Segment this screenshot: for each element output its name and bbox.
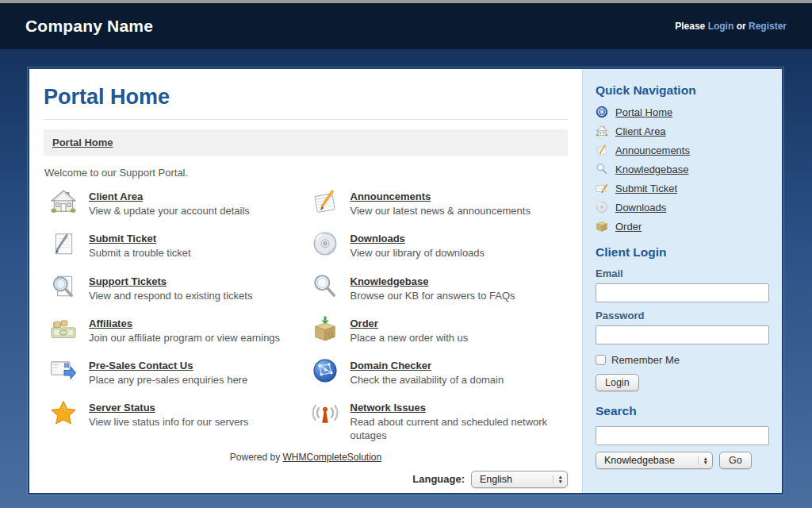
remember-me-checkbox[interactable] — [596, 355, 606, 365]
portal-item-link[interactable]: Announcements — [350, 190, 431, 202]
portal-item-link[interactable]: Order — [350, 318, 378, 329]
email-field[interactable] — [596, 283, 769, 302]
money-icon — [50, 315, 77, 342]
globe-icon — [312, 357, 339, 384]
portal-item: AnnouncementsView our latest news & anno… — [312, 188, 569, 217]
page-container: Portal Home Portal Home Welcome to our S… — [28, 67, 783, 495]
whmcompletesolution-link[interactable]: WHMCompleteSolution — [283, 452, 382, 463]
welcome-text: Welcome to our Support Portal. — [44, 167, 568, 179]
login-link[interactable]: Login — [708, 21, 734, 32]
portal-item-desc: Read about current and scheduled network… — [350, 416, 569, 442]
quick-nav-link[interactable]: Client Area — [615, 125, 666, 137]
quick-nav-item: Portal Home — [596, 106, 769, 118]
select-stepper-icon: ▲▼ — [698, 456, 708, 465]
password-label: Password — [596, 310, 769, 321]
portal-item-desc: Place any pre-sales enquiries here — [89, 374, 247, 387]
portal-home-icon — [596, 106, 608, 118]
quick-nav-item: Client Area — [596, 125, 769, 137]
quick-nav-link[interactable]: Portal Home — [615, 106, 672, 118]
quick-nav-link[interactable]: Order — [615, 221, 642, 233]
auth-prefix: Please — [675, 21, 705, 32]
quick-nav-item: Knowledgebase — [596, 163, 769, 175]
order-box-icon — [312, 315, 339, 342]
portal-item-link[interactable]: Knowledgebase — [350, 275, 429, 287]
remember-me-label: Remember Me — [611, 354, 680, 366]
portal-item: AffiliatesJoin our affiliate program or … — [50, 315, 307, 344]
portal-item-desc: View & update your account details — [89, 205, 250, 217]
house-icon — [50, 188, 77, 215]
auth-or: or — [737, 21, 746, 32]
register-link[interactable]: Register — [749, 21, 787, 32]
powered-by: Powered by WHMCompleteSolution — [44, 452, 568, 463]
support-tickets-icon — [50, 273, 77, 300]
magnifier-icon — [312, 273, 339, 300]
email-label: Email — [596, 267, 769, 279]
portal-item-link[interactable]: Affiliates — [89, 318, 132, 329]
box-icon — [596, 220, 608, 233]
portal-item-link[interactable]: Submit Ticket — [89, 233, 156, 244]
star-icon — [50, 399, 77, 426]
portal-item: OrderPlace a new order with us — [312, 315, 569, 344]
language-select[interactable]: English ▲▼ — [471, 471, 568, 488]
portal-item-desc: Join our affiliate program or view earni… — [89, 332, 280, 344]
quick-nav-link[interactable]: Downloads — [615, 202, 666, 214]
magnifier-icon — [596, 163, 608, 175]
company-logo-text: Company Name — [25, 17, 153, 36]
portal-item-link[interactable]: Domain Checker — [350, 360, 432, 371]
login-button[interactable]: Login — [596, 374, 639, 391]
portal-item-desc: Check the availability of a domain — [350, 374, 504, 387]
portal-item: DownloadsView our library of downloads — [312, 230, 569, 260]
portal-item-desc: View our latest news & announcements — [350, 205, 530, 217]
antenna-icon — [312, 399, 339, 426]
search-controls: Knowledgebase ▲▼ Go — [596, 452, 769, 469]
mail-arrow-icon — [50, 357, 77, 384]
remember-me-row: Remember Me — [596, 354, 769, 366]
search-go-button[interactable]: Go — [719, 452, 752, 469]
portal-item-desc: View our library of downloads — [350, 247, 485, 260]
header-bar: Company Name Please Login or Register — [0, 3, 812, 49]
quick-nav-item: Announcements — [596, 144, 769, 156]
portal-item-desc: Submit a trouble ticket — [89, 247, 191, 260]
announcements-icon — [312, 188, 339, 215]
portal-item-link[interactable]: Server Status — [89, 402, 155, 414]
announcements-icon — [596, 144, 608, 156]
house-icon — [596, 125, 608, 137]
password-field[interactable] — [596, 325, 769, 344]
quick-nav-item: Submit Ticket — [596, 182, 769, 194]
powered-by-prefix: Powered by — [230, 452, 280, 463]
portal-item: Domain CheckerCheck the availability of … — [312, 357, 569, 387]
portal-item: Client AreaView & update your account de… — [50, 188, 307, 217]
portal-item: KnowledgebaseBrowse our KB for answers t… — [312, 273, 569, 302]
quick-nav-list: Portal HomeClient AreaAnnouncementsKnowl… — [596, 106, 769, 233]
portal-item-desc: Place a new order with us — [350, 332, 469, 344]
search-input[interactable] — [596, 426, 769, 445]
quick-nav-link[interactable]: Submit Ticket — [615, 183, 677, 194]
portal-item-link[interactable]: Downloads — [350, 233, 405, 244]
language-selected-value: English — [480, 474, 512, 485]
portal-item-link[interactable]: Network Issues — [350, 402, 426, 414]
sidebar: Quick Navigation Portal HomeClient AreaA… — [582, 69, 782, 493]
mail-pencil-icon — [596, 182, 608, 194]
auth-links: Please Login or Register — [675, 21, 787, 32]
cd-icon — [596, 201, 608, 214]
language-row: Language: English ▲▼ — [44, 471, 568, 488]
breadcrumb-portal-home-link[interactable]: Portal Home — [52, 137, 113, 148]
cd-icon — [312, 230, 339, 257]
submit-ticket-icon — [50, 230, 77, 257]
portal-item: Submit TicketSubmit a trouble ticket — [50, 230, 307, 260]
portal-item: Pre-Sales Contact UsPlace any pre-sales … — [50, 357, 307, 387]
portal-item-link[interactable]: Pre-Sales Contact Us — [89, 360, 193, 371]
portal-item: Server StatusView live status info for o… — [50, 399, 307, 442]
portal-item: Support TicketsView and respond to exist… — [50, 273, 307, 302]
quick-nav-link[interactable]: Knowledgebase — [615, 164, 689, 175]
portal-item-link[interactable]: Client Area — [89, 190, 143, 202]
search-category-value: Knowledgebase — [604, 455, 675, 466]
portal-item-desc: Browse our KB for answers to FAQs — [350, 290, 515, 302]
quick-nav-link[interactable]: Announcements — [615, 144, 690, 156]
search-category-select[interactable]: Knowledgebase ▲▼ — [596, 452, 713, 469]
portal-item-link[interactable]: Support Tickets — [89, 275, 167, 287]
breadcrumb: Portal Home — [44, 129, 568, 156]
portal-item-desc: View and respond to existing tickets — [89, 290, 252, 302]
portal-item: Network IssuesRead about current and sch… — [312, 399, 569, 442]
select-stepper-icon: ▲▼ — [553, 475, 563, 483]
